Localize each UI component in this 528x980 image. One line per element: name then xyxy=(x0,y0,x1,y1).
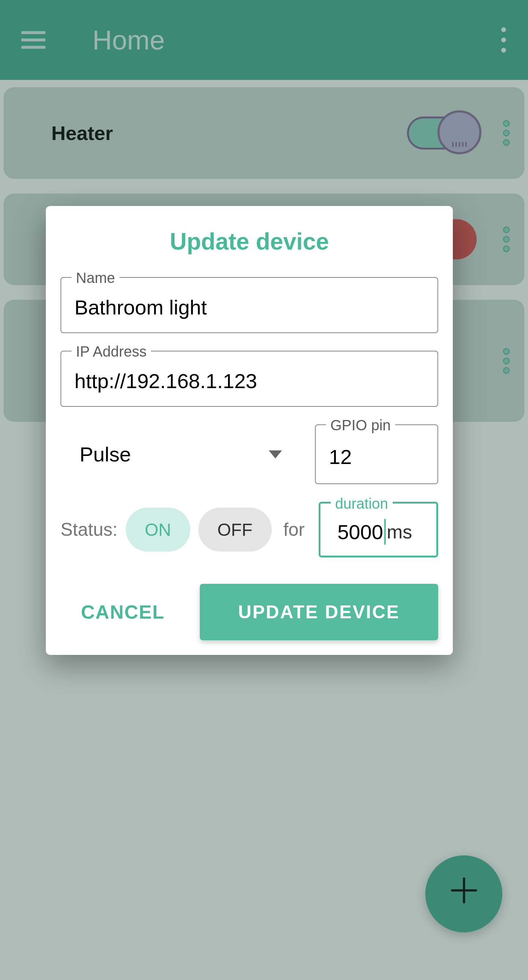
name-field-wrap: Name xyxy=(61,277,438,333)
name-label: Name xyxy=(72,270,120,286)
dialog-actions: CANCEL UPDATE DEVICE xyxy=(61,584,438,640)
gpio-field-wrap: GPIO pin xyxy=(315,425,438,484)
mode-row: Pulse GPIO pin xyxy=(61,425,438,484)
cancel-button[interactable]: CANCEL xyxy=(61,588,185,636)
status-on-button[interactable]: ON xyxy=(126,508,190,552)
ip-field-wrap: IP Address xyxy=(61,351,438,407)
duration-unit: ms xyxy=(387,521,412,543)
mode-selected-label: Pulse xyxy=(80,442,131,466)
gpio-input[interactable] xyxy=(316,425,437,484)
gpio-label: GPIO pin xyxy=(326,417,395,434)
duration-input[interactable] xyxy=(332,520,383,544)
duration-label: duration xyxy=(331,495,393,512)
ip-label: IP Address xyxy=(72,344,151,360)
text-cursor xyxy=(384,519,386,545)
status-row: Status: ON OFF for duration ms xyxy=(61,502,438,557)
for-label: for xyxy=(284,519,305,540)
dialog-title: Update device xyxy=(61,228,438,255)
status-off-button[interactable]: OFF xyxy=(198,508,272,552)
mode-select[interactable]: Pulse xyxy=(61,425,304,484)
update-device-dialog: Update device Name IP Address Pulse GPIO… xyxy=(46,206,453,655)
chevron-down-icon xyxy=(269,450,282,458)
status-label: Status: xyxy=(61,519,118,540)
duration-field-wrap: duration ms xyxy=(319,502,438,557)
update-device-button[interactable]: UPDATE DEVICE xyxy=(200,584,438,640)
